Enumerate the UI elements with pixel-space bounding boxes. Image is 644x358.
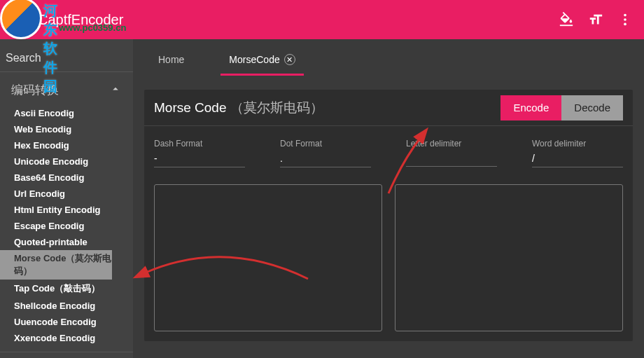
search-area[interactable]: Search [0, 39, 133, 72]
sidebar-item[interactable]: Ascii Encodig [0, 105, 133, 121]
param-dot[interactable]: Dot Format . [280, 139, 371, 167]
category-classical[interactable]: 古典密码 [0, 352, 133, 358]
sidebar-item[interactable]: Url Encodig [0, 186, 133, 202]
paint-bucket-icon[interactable] [559, 12, 574, 27]
tabs: Home MorseCode ✕ [133, 39, 644, 76]
svg-point-0 [624, 14, 626, 17]
decode-button[interactable]: Decode [561, 95, 623, 121]
header-right [559, 12, 633, 27]
input-textarea[interactable] [154, 184, 382, 331]
panel-title-en: Morse Code [154, 100, 227, 115]
menu-icon[interactable] [11, 12, 27, 27]
param-label: Letter delimiter [406, 139, 497, 149]
output-textarea[interactable] [395, 184, 623, 331]
sidebar-item[interactable]: Tap Code（敲击码） [0, 280, 133, 298]
param-label: Dash Format [154, 139, 245, 149]
svg-point-1 [624, 18, 626, 21]
sidebar-item[interactable]: Uuencode Encodig [0, 314, 133, 330]
chevron-up-icon [109, 83, 122, 98]
panel: Morse Code （莫尔斯电码） Encode Decode Dash Fo… [144, 90, 633, 341]
param-letter[interactable]: Letter delimiter [406, 139, 497, 167]
sidebar-item[interactable]: Morse Code（莫尔斯电码） [0, 250, 112, 280]
sidebar-item[interactable]: Hex Encodig [0, 137, 133, 153]
param-label: Dot Format [280, 139, 371, 149]
encode-button[interactable]: Encode [500, 95, 561, 121]
header-left: CaptfEncoder [11, 12, 123, 28]
category-title: 编码转换 [11, 82, 59, 98]
search-label: Search [6, 52, 127, 64]
sidebar-item[interactable]: Base64 Encodig [0, 170, 133, 186]
sidebar-item[interactable]: Escape Encodig [0, 218, 133, 234]
more-vert-icon[interactable] [617, 12, 633, 27]
param-value [406, 153, 497, 167]
panel-header: Morse Code （莫尔斯电码） Encode Decode [144, 90, 633, 126]
sidebar-item[interactable]: Html Entity Encodig [0, 202, 133, 218]
param-word[interactable]: Word delimiter / [532, 139, 623, 167]
param-dash[interactable]: Dash Format - [154, 139, 245, 167]
param-value: - [154, 153, 245, 167]
params-row: Dash Format - Dot Format . Letter delimi… [144, 126, 633, 174]
textareas [144, 174, 633, 341]
param-value: . [280, 153, 371, 167]
app-header: CaptfEncoder [0, 0, 644, 39]
sidebar-item[interactable]: Unicode Encodig [0, 153, 133, 170]
layout: Search 编码转换 Ascii EncodigWeb EncodigHex … [0, 39, 644, 358]
button-group: Encode Decode [500, 95, 623, 121]
param-value: / [532, 153, 623, 167]
tab-home[interactable]: Home [150, 46, 192, 76]
tab-morsecode-label: MorseCode [229, 54, 279, 65]
panel-title: Morse Code （莫尔斯电码） [154, 99, 323, 117]
svg-point-2 [624, 23, 626, 26]
close-icon[interactable]: ✕ [284, 54, 295, 65]
app-title: CaptfEncoder [38, 12, 123, 28]
text-size-icon[interactable] [588, 12, 603, 27]
menu-list: Ascii EncodigWeb EncodigHex EncodigUnico… [0, 105, 133, 352]
sidebar-item[interactable]: Xxencode Encodig [0, 330, 133, 346]
sidebar-item[interactable]: Web Encodig [0, 121, 133, 137]
panel-title-cn: （莫尔斯电码） [230, 100, 323, 115]
param-label: Word delimiter [532, 139, 623, 149]
sidebar: Search 编码转换 Ascii EncodigWeb EncodigHex … [0, 39, 133, 358]
category-encoding[interactable]: 编码转换 [0, 72, 133, 105]
tab-home-label: Home [158, 54, 184, 65]
sidebar-item[interactable]: Shellcode Encodig [0, 298, 133, 314]
tab-morsecode[interactable]: MorseCode ✕ [220, 46, 303, 76]
sidebar-item[interactable]: Quoted-printable [0, 234, 133, 250]
main-area: Home MorseCode ✕ Morse Code （莫尔斯电码） Enco… [133, 39, 644, 358]
